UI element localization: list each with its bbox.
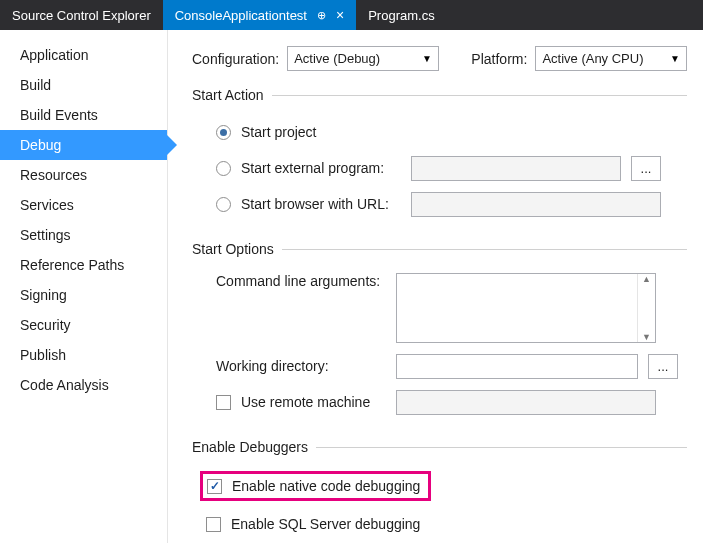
external-program-input[interactable]: [411, 156, 621, 181]
configuration-label: Configuration:: [192, 51, 279, 67]
workdir-label: Working directory:: [216, 358, 386, 374]
chevron-down-icon: ▼: [670, 53, 680, 64]
highlight-annotation: Enable native code debugging: [200, 471, 431, 501]
radio-start-browser[interactable]: [216, 197, 231, 212]
properties-sidebar: Application Build Build Events Debug Res…: [0, 30, 168, 543]
sidebar-item-label: Security: [20, 317, 71, 333]
sidebar-item-label: Reference Paths: [20, 257, 124, 273]
tab-project-properties[interactable]: ConsoleApplicationtest ⊕ ×: [163, 0, 356, 30]
sidebar-item-signing[interactable]: Signing: [0, 280, 167, 310]
group-legend: Start Action: [192, 87, 272, 103]
sidebar-item-label: Signing: [20, 287, 67, 303]
radio-start-project[interactable]: [216, 125, 231, 140]
sidebar-item-reference-paths[interactable]: Reference Paths: [0, 250, 167, 280]
cmd-args-label: Command line arguments:: [216, 273, 386, 289]
tab-label: Program.cs: [368, 8, 434, 23]
config-platform-row: Configuration: Active (Debug) ▼ Platform…: [192, 46, 687, 71]
start-action-group: Start Action Start project Start externa…: [192, 87, 687, 227]
sidebar-item-code-analysis[interactable]: Code Analysis: [0, 370, 167, 400]
checkbox-native-debug[interactable]: [207, 479, 222, 494]
sidebar-item-label: Publish: [20, 347, 66, 363]
sidebar-item-resources[interactable]: Resources: [0, 160, 167, 190]
browse-workdir-button[interactable]: ...: [648, 354, 678, 379]
sidebar-item-label: Code Analysis: [20, 377, 109, 393]
sidebar-item-application[interactable]: Application: [0, 40, 167, 70]
checkbox-label: Enable native code debugging: [232, 478, 420, 494]
workdir-input[interactable]: [396, 354, 638, 379]
sidebar-item-security[interactable]: Security: [0, 310, 167, 340]
sidebar-item-label: Build Events: [20, 107, 98, 123]
tab-label: ConsoleApplicationtest: [175, 8, 307, 23]
debug-page: Configuration: Active (Debug) ▼ Platform…: [168, 30, 703, 543]
radio-label: Start project: [241, 124, 316, 140]
platform-dropdown[interactable]: Active (Any CPU) ▼: [535, 46, 687, 71]
sidebar-item-label: Resources: [20, 167, 87, 183]
enable-debuggers-group: Enable Debuggers Enable native code debu…: [192, 439, 687, 543]
content: Application Build Build Events Debug Res…: [0, 30, 703, 543]
sidebar-item-settings[interactable]: Settings: [0, 220, 167, 250]
browse-external-button[interactable]: ...: [631, 156, 661, 181]
sidebar-item-debug[interactable]: Debug: [0, 130, 167, 160]
group-legend: Start Options: [192, 241, 282, 257]
radio-start-external[interactable]: [216, 161, 231, 176]
chevron-down-icon: ▼: [422, 53, 432, 64]
configuration-dropdown[interactable]: Active (Debug) ▼: [287, 46, 439, 71]
ellipsis-icon: ...: [658, 359, 669, 374]
checkbox-remote-machine[interactable]: [216, 395, 231, 410]
dropdown-value: Active (Debug): [294, 51, 380, 66]
group-legend: Enable Debuggers: [192, 439, 316, 455]
chevron-up-icon: ▲: [642, 274, 651, 284]
sidebar-item-build-events[interactable]: Build Events: [0, 100, 167, 130]
sidebar-item-label: Debug: [20, 137, 61, 153]
checkbox-label: Enable SQL Server debugging: [231, 516, 420, 532]
browser-url-input[interactable]: [411, 192, 661, 217]
cmd-args-input[interactable]: ▲▼: [396, 273, 656, 343]
pin-icon[interactable]: ⊕: [317, 10, 326, 21]
radio-label: Start external program:: [241, 160, 401, 176]
tab-bar: Source Control Explorer ConsoleApplicati…: [0, 0, 703, 30]
checkbox-sql-debug[interactable]: [206, 517, 221, 532]
tab-file[interactable]: Program.cs: [356, 0, 446, 30]
sidebar-item-label: Settings: [20, 227, 71, 243]
close-icon[interactable]: ×: [336, 8, 344, 22]
ellipsis-icon: ...: [641, 161, 652, 176]
radio-label: Start browser with URL:: [241, 196, 401, 212]
sidebar-item-label: Build: [20, 77, 51, 93]
tab-label: Source Control Explorer: [12, 8, 151, 23]
checkbox-label: Use remote machine: [241, 394, 386, 410]
scrollbar[interactable]: ▲▼: [637, 274, 655, 342]
chevron-down-icon: ▼: [642, 332, 651, 342]
sidebar-item-build[interactable]: Build: [0, 70, 167, 100]
sidebar-item-services[interactable]: Services: [0, 190, 167, 220]
tab-source-control[interactable]: Source Control Explorer: [0, 0, 163, 30]
sidebar-item-label: Application: [20, 47, 89, 63]
sidebar-item-label: Services: [20, 197, 74, 213]
platform-label: Platform:: [471, 51, 527, 67]
dropdown-value: Active (Any CPU): [542, 51, 643, 66]
sidebar-item-publish[interactable]: Publish: [0, 340, 167, 370]
remote-machine-input[interactable]: [396, 390, 656, 415]
start-options-group: Start Options Command line arguments: ▲▼…: [192, 241, 687, 425]
